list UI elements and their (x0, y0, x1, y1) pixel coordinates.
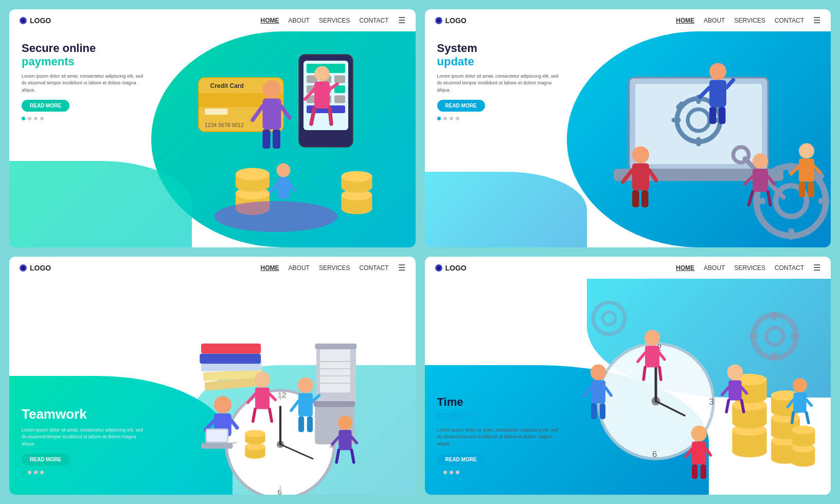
nav-contact-1[interactable]: CONTACT (359, 17, 388, 24)
svg-line-33 (290, 184, 295, 191)
svg-line-199 (644, 367, 645, 380)
svg-point-74 (709, 63, 726, 80)
navbar-4: LOGO HOME ABOUT SERVICES CONTACT ☰ (425, 257, 831, 279)
svg-rect-208 (793, 392, 806, 412)
card-time-control: LOGO HOME ABOUT SERVICES CONTACT ☰ Time … (425, 257, 831, 495)
svg-point-45 (341, 171, 372, 182)
svg-rect-69 (632, 164, 649, 191)
nav-services-1[interactable]: SERVICES (319, 17, 350, 24)
read-more-btn-2[interactable]: READ MORE (437, 100, 485, 112)
svg-rect-79 (719, 107, 726, 124)
svg-rect-123 (207, 430, 227, 441)
illustration-3: 12 3 6 9 (131, 279, 416, 495)
read-more-btn-1[interactable]: READ MORE (22, 100, 69, 112)
svg-rect-54 (672, 118, 681, 122)
logo-text-2: LOGO (445, 16, 467, 25)
navbar-1: LOGO HOME ABOUT SERVICES CONTACT ☰ (9, 9, 416, 31)
nav-links-4: HOME ABOUT SERVICES CONTACT ☰ (676, 263, 820, 273)
hamburger-3[interactable]: ☰ (398, 263, 405, 273)
svg-rect-91 (808, 182, 814, 197)
nav-home-3[interactable]: HOME (261, 264, 279, 272)
svg-line-203 (722, 387, 729, 394)
nav-home-1[interactable]: HOME (261, 17, 279, 24)
content-2: System update Lorem ipsum dolor sit amet… (425, 31, 831, 247)
svg-rect-185 (749, 333, 758, 338)
svg-point-180 (792, 426, 815, 435)
nav-contact-4[interactable]: CONTACT (775, 264, 804, 272)
title-line1-2: System (437, 42, 561, 55)
svg-rect-193 (591, 403, 597, 419)
nav-contact-3[interactable]: CONTACT (359, 264, 388, 272)
nav-home-2[interactable]: HOME (676, 17, 694, 24)
svg-point-182 (766, 328, 783, 345)
dot-2-2 (443, 117, 447, 120)
svg-point-18 (262, 80, 281, 99)
nav-services-3[interactable]: SERVICES (319, 264, 350, 272)
title-line2-4: control (437, 409, 561, 422)
nav-about-2[interactable]: ABOUT (704, 17, 725, 24)
svg-line-216 (706, 448, 710, 455)
svg-rect-138 (339, 430, 352, 450)
svg-rect-186 (791, 333, 799, 338)
svg-rect-136 (307, 416, 313, 432)
illustration-1: Credit Card 1234 5678 9012 (151, 31, 415, 247)
svg-point-187 (593, 302, 625, 334)
svg-point-68 (632, 147, 649, 164)
dot-3-active (22, 471, 25, 474)
svg-rect-62 (754, 198, 766, 204)
hamburger-4[interactable]: ☰ (813, 263, 820, 273)
body-text-2: Lorem ipsum dolor sit amet, consectetur … (437, 73, 561, 94)
dot-2-3 (450, 117, 453, 120)
title-line1-3: Teamwork (22, 406, 145, 422)
nav-about-1[interactable]: ABOUT (289, 17, 310, 24)
title-1: Secure online payments (22, 42, 145, 69)
svg-text:1234 5678 9012: 1234 5678 9012 (205, 122, 244, 128)
hamburger-2[interactable]: ☰ (813, 15, 820, 25)
nav-services-2[interactable]: SERVICES (734, 17, 765, 24)
title-4: Time control (437, 395, 561, 423)
logo-text-4: LOGO (445, 264, 467, 272)
read-more-btn-4[interactable]: READ MORE (437, 454, 485, 465)
svg-rect-63 (818, 198, 830, 204)
logo-dot-2 (435, 17, 442, 24)
content-1: Secure online payments Lorem ipsum dolor… (9, 31, 416, 247)
svg-rect-111 (320, 349, 350, 392)
read-more-btn-3[interactable]: READ MORE (22, 454, 69, 465)
nav-home-4[interactable]: HOME (676, 264, 694, 272)
nav-services-4[interactable]: SERVICES (734, 264, 765, 272)
svg-line-205 (726, 401, 728, 412)
logo-1: LOGO (20, 16, 51, 25)
svg-line-211 (792, 412, 793, 423)
svg-rect-22 (262, 130, 270, 149)
logo-text-3: LOGO (30, 264, 51, 272)
navbar-3: LOGO HOME ABOUT SERVICES CONTACT ☰ (9, 257, 416, 279)
dot-1-active (22, 117, 25, 120)
hamburger-1[interactable]: ☰ (398, 15, 405, 25)
svg-rect-19 (262, 99, 281, 130)
svg-point-30 (276, 164, 290, 177)
content-3: Teamwork Lorem ipsum dolor sit amet, con… (9, 279, 416, 495)
svg-line-84 (749, 192, 753, 205)
nav-contact-2[interactable]: CONTACT (775, 17, 804, 24)
svg-rect-202 (728, 380, 741, 400)
svg-rect-61 (788, 228, 794, 240)
svg-line-141 (336, 450, 338, 462)
svg-rect-126 (255, 387, 270, 409)
svg-rect-81 (753, 169, 768, 192)
dot-4-3 (450, 471, 453, 474)
svg-rect-218 (701, 464, 706, 479)
dot-1-4 (40, 117, 44, 120)
dot-4-4 (456, 471, 459, 474)
card-system-update: LOGO HOME ABOUT SERVICES CONTACT ☰ Syste… (425, 9, 831, 247)
svg-rect-214 (692, 441, 706, 464)
logo-dot-3 (20, 264, 27, 272)
nav-about-4[interactable]: ABOUT (704, 264, 725, 272)
illustration-4: 12 3 6 9 (539, 279, 831, 495)
logo-2: LOGO (435, 16, 467, 25)
svg-rect-108 (201, 344, 261, 354)
svg-rect-135 (298, 416, 304, 432)
svg-rect-75 (709, 80, 726, 107)
pagination-dots-4 (437, 471, 561, 474)
card-teamwork: LOGO HOME ABOUT SERVICES CONTACT ☰ Teamw… (9, 257, 416, 495)
nav-about-3[interactable]: ABOUT (289, 264, 310, 272)
